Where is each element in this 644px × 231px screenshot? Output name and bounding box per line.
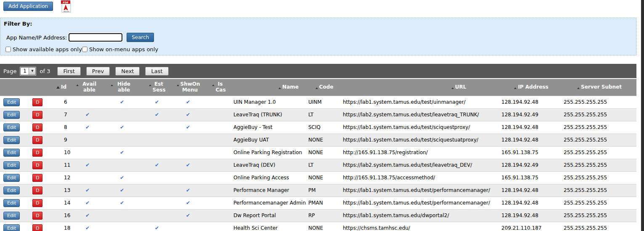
show-on-menu-checkbox[interactable] — [82, 47, 87, 52]
edit-cell: Edit — [0, 184, 25, 197]
delete-button[interactable]: D — [32, 98, 42, 106]
col-header-id[interactable]: Id — [50, 79, 73, 96]
id-cell: 10 — [50, 146, 73, 159]
col-header-server-subnet[interactable]: Server Subnet — [562, 79, 636, 96]
delete-cell: D — [25, 159, 50, 171]
url-cell: https://chsms.tamhsc.edu/ — [342, 222, 500, 231]
name-cell: UIN Manager 1.0 — [232, 96, 307, 108]
edit-cell: Edit — [0, 146, 25, 159]
sort-icon — [278, 87, 281, 89]
table-row: Edit D 10 ✔ Online Parking Registration … — [0, 146, 636, 159]
est-sess-check — [142, 134, 172, 146]
delete-button[interactable]: D — [32, 123, 42, 131]
delete-cell: D — [25, 209, 50, 222]
sort-icon — [315, 87, 318, 89]
last-page-button[interactable]: Last — [145, 67, 168, 76]
ip-address-cell: 128.194.92.48 — [500, 209, 562, 222]
edit-button[interactable]: Edit — [3, 123, 20, 131]
col-header-ip-address[interactable]: IP Address — [500, 79, 562, 96]
edit-button[interactable]: Edit — [3, 212, 20, 220]
delete-button[interactable]: D — [32, 136, 42, 144]
table-row: Edit D 7 ✔ ✔ ✔ LeaveTraq (TRUNK) LT http… — [0, 108, 636, 121]
est-sess-check — [142, 197, 172, 209]
available-check: ✔ — [73, 222, 102, 231]
delete-button[interactable]: D — [32, 199, 42, 207]
edit-button[interactable]: Edit — [3, 199, 20, 207]
show-available-checkbox[interactable] — [5, 47, 11, 52]
edit-button[interactable]: Edit — [3, 111, 20, 119]
code-cell: PMAN — [307, 197, 342, 209]
hideable-check: ✔ — [102, 121, 142, 134]
server-subnet-cell: 255.255.255.255 — [562, 134, 636, 146]
table-row: Edit D 12 ✔ Online Parking Access NONE h… — [0, 171, 636, 184]
edit-cell: Edit — [0, 171, 25, 184]
col-header-available[interactable]: Avail able — [73, 79, 102, 96]
ip-address-cell: 165.91.138.75 — [500, 171, 562, 184]
col-header-name[interactable]: Name — [232, 79, 307, 96]
hideable-check — [102, 134, 142, 146]
ip-address-cell: 128.194.92.48 — [500, 121, 562, 134]
id-cell: 14 — [50, 197, 73, 209]
edit-button[interactable]: Edit — [3, 98, 20, 106]
is-cas-check — [204, 171, 232, 184]
delete-button[interactable]: D — [32, 212, 42, 220]
col-header-hideable[interactable]: Hide able — [102, 79, 142, 96]
delete-cell: D — [25, 96, 50, 108]
ip-address-cell: 128.194.92.49 — [500, 159, 562, 171]
hideable-check — [102, 159, 142, 171]
delete-cell: D — [25, 121, 50, 134]
show-on-menu-label: Show on-menu apps only — [89, 46, 158, 52]
col-header-code[interactable]: Code — [307, 79, 342, 96]
delete-button[interactable]: D — [32, 224, 42, 231]
edit-button[interactable]: Edit — [3, 149, 20, 157]
table-header-row: Id Avail able Hide able Est Sess ShwOn M… — [0, 79, 636, 96]
name-cell: Performancemanager Admin — [232, 197, 307, 209]
edit-button[interactable]: Edit — [3, 224, 20, 231]
shwon-menu-check: ✔ — [172, 197, 204, 209]
delete-button[interactable]: D — [32, 111, 42, 119]
delete-button[interactable]: D — [32, 149, 42, 157]
name-cell: AggieBuy - Test — [232, 121, 307, 134]
url-cell: http://165.91.138.75/registration/ — [342, 146, 500, 159]
first-page-button[interactable]: First — [57, 67, 80, 76]
sort-icon — [451, 87, 454, 89]
sort-icon — [149, 84, 151, 86]
is-cas-check — [204, 96, 232, 108]
edit-button[interactable]: Edit — [3, 161, 20, 169]
delete-button[interactable]: D — [32, 161, 42, 169]
prev-page-button[interactable]: Prev — [86, 67, 110, 76]
col-header-is-cas[interactable]: Is Cas — [204, 79, 232, 96]
server-subnet-cell: 255.255.255.255 — [562, 146, 636, 159]
edit-button[interactable]: Edit — [3, 136, 20, 144]
shwon-menu-check — [172, 171, 204, 184]
app-name-input[interactable] — [69, 33, 122, 42]
server-subnet-cell: 255.255.255.255 — [562, 108, 636, 121]
sort-icon — [212, 84, 215, 86]
add-application-button[interactable]: Add Application — [3, 2, 53, 11]
is-cas-check — [204, 159, 232, 171]
available-check — [73, 134, 102, 146]
delete-cell: D — [25, 134, 50, 146]
delete-button[interactable]: D — [32, 174, 42, 182]
name-cell: Performance Manager — [232, 184, 307, 197]
id-cell: 18 — [50, 222, 73, 231]
edit-button[interactable]: Edit — [3, 174, 20, 182]
col-header-est-sess[interactable]: Est Sess — [142, 79, 172, 96]
col-header-shwon-menu[interactable]: ShwOn Menu — [172, 79, 204, 96]
hideable-check: ✔ — [102, 96, 142, 108]
delete-button[interactable]: D — [32, 186, 42, 194]
edit-cell: Edit — [0, 159, 25, 171]
pdf-export-icon[interactable]: PDF Adobe — [61, 0, 72, 14]
id-cell: 7 — [50, 108, 73, 121]
url-cell: https://lab1.system.tamus.edu/dwportal2/ — [342, 209, 500, 222]
page-select-dropdown[interactable]: 1 ▼ — [20, 67, 36, 75]
name-cell: LeaveTraq (DEV) — [232, 159, 307, 171]
next-page-button[interactable]: Next — [115, 67, 140, 76]
code-cell: RP — [307, 209, 342, 222]
col-header-url[interactable]: URL — [342, 79, 500, 96]
est-sess-check — [142, 171, 172, 184]
sort-icon — [577, 87, 580, 89]
search-button[interactable]: Search — [127, 33, 154, 42]
edit-button[interactable]: Edit — [3, 186, 20, 194]
server-subnet-cell: 255.255.255.255 — [562, 121, 636, 134]
